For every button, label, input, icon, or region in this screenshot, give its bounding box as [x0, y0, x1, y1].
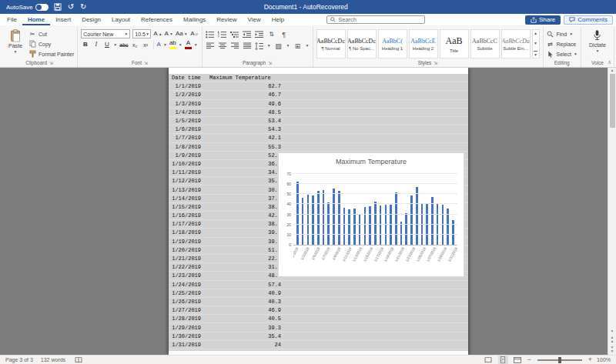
table-row[interactable]: 1/1/201962.7: [169, 82, 468, 91]
clipboard-dialog-launcher-icon[interactable]: ⇲: [49, 61, 53, 65]
highlight-caret-icon[interactable]: ▼: [179, 43, 182, 47]
align-left-button[interactable]: [206, 42, 215, 50]
styles-scroll-up-button[interactable]: ▲: [534, 31, 537, 35]
style-card[interactable]: AaBbCcEHeading 2: [409, 29, 438, 58]
tab-mailings[interactable]: Mailings: [178, 14, 211, 25]
tab-view[interactable]: View: [243, 14, 266, 25]
cut-button[interactable]: ✂Cut: [28, 29, 74, 38]
replace-button[interactable]: ⇄Replace: [547, 39, 578, 48]
pilcrow-button[interactable]: ¶: [280, 30, 289, 38]
copy-button[interactable]: Copy: [28, 39, 74, 48]
chart-bar[interactable]: [385, 205, 387, 245]
font-color-button[interactable]: A: [185, 40, 192, 49]
temperature-chart[interactable]: Maximum Temperature 010203040506070 1/1/…: [278, 152, 464, 277]
justify-button[interactable]: [243, 42, 252, 50]
select-button[interactable]: Select▼: [547, 49, 578, 58]
strikethrough-button[interactable]: abc: [119, 40, 128, 49]
chart-bar[interactable]: [390, 205, 392, 245]
grow-font-button[interactable]: A▲: [153, 29, 162, 38]
borders-button[interactable]: ⊞: [293, 42, 303, 50]
previous-page-button[interactable]: ▲▲: [611, 336, 614, 343]
redo-button[interactable]: ↻: [80, 3, 86, 11]
font-dialog-launcher-icon[interactable]: ⇲: [144, 61, 148, 65]
style-card[interactable]: AaBbCcCSubtitle: [470, 29, 500, 58]
table-row[interactable]: 1/29/201939.3: [169, 323, 468, 332]
shading-button[interactable]: ▨: [274, 42, 283, 50]
table-row[interactable]: 1/8/201955.3: [169, 143, 468, 152]
table-row[interactable]: 1/7/201942.1: [169, 134, 468, 142]
chart-bar[interactable]: [416, 187, 418, 245]
tab-home[interactable]: Home: [22, 14, 50, 25]
increase-indent-button[interactable]: [255, 30, 264, 38]
document-page[interactable]: Date time Maximum Temperature 1/1/201962…: [169, 68, 468, 355]
change-case-button[interactable]: Aa▼: [176, 29, 188, 38]
bullets-button[interactable]: [206, 30, 215, 38]
chart-bar[interactable]: [338, 191, 340, 245]
styles-dialog-launcher-icon[interactable]: ⇲: [434, 61, 437, 65]
chart-bar[interactable]: [302, 198, 304, 245]
line-spacing-caret-icon[interactable]: ▼: [267, 44, 271, 48]
font-size-select[interactable]: 10.5▼: [132, 29, 151, 38]
table-row[interactable]: 1/30/201935.4: [169, 332, 468, 341]
numbering-button[interactable]: [218, 30, 227, 38]
table-row[interactable]: 1/28/201940.5: [169, 315, 468, 323]
font-name-select[interactable]: Courier New▼: [81, 29, 130, 38]
underline-caret-icon[interactable]: ▼: [113, 43, 117, 47]
save-button[interactable]: [54, 3, 62, 11]
styles-scroll-down-button[interactable]: ▼: [534, 41, 537, 45]
subscript-button[interactable]: x₂: [131, 40, 139, 49]
chart-bar[interactable]: [333, 189, 335, 245]
scroll-up-icon[interactable]: ▲: [611, 68, 614, 72]
chart-bar[interactable]: [307, 195, 310, 245]
zoom-slider-thumb[interactable]: [558, 357, 561, 363]
table-row[interactable]: 1/3/201949.6: [169, 100, 468, 109]
comments-button[interactable]: Comments: [564, 15, 613, 25]
text-effects-button[interactable]: A: [157, 40, 161, 49]
style-card[interactable]: AaBbCcDc¶ No Spac...: [347, 29, 377, 58]
autosave-toggle[interactable]: AutoSave: [6, 4, 49, 11]
table-row[interactable]: 1/24/201957.4: [169, 281, 468, 289]
table-row[interactable]: 1/25/201940.9: [169, 289, 468, 298]
collapse-ribbon-button[interactable]: ∧: [608, 59, 611, 65]
search-input[interactable]: [338, 16, 415, 23]
chart-bar[interactable]: [380, 205, 382, 245]
paste-button[interactable]: Paste ▼: [5, 28, 26, 54]
chart-bar[interactable]: [348, 209, 350, 245]
chart-bar[interactable]: [405, 213, 407, 245]
table-row[interactable]: 1/2/201946.7: [169, 91, 468, 99]
underline-button[interactable]: U: [102, 40, 111, 49]
chart-bar[interactable]: [369, 206, 371, 245]
tab-insert[interactable]: Insert: [50, 14, 76, 25]
zoom-out-button[interactable]: −: [527, 356, 531, 363]
read-mode-button[interactable]: [484, 356, 494, 364]
highlight-button[interactable]: ab: [169, 40, 176, 49]
superscript-button[interactable]: x²: [142, 40, 150, 49]
tab-help[interactable]: Help: [266, 14, 290, 25]
format-painter-button[interactable]: Format Painter: [28, 49, 74, 58]
tab-file[interactable]: File: [2, 14, 22, 25]
dictate-button[interactable]: Dictate ▼: [584, 28, 611, 53]
chart-bar[interactable]: [364, 207, 367, 245]
tab-layout[interactable]: Layout: [106, 14, 136, 25]
chart-bar[interactable]: [359, 214, 361, 245]
chart-bar[interactable]: [442, 205, 444, 245]
decrease-indent-button[interactable]: [243, 30, 252, 38]
scroll-down-icon[interactable]: ▼: [611, 329, 614, 333]
chart-bar[interactable]: [431, 197, 434, 245]
style-card[interactable]: AaBbC(Heading 1: [378, 29, 407, 58]
shading-caret-icon[interactable]: ▼: [286, 44, 290, 48]
web-layout-button[interactable]: [513, 356, 523, 364]
tab-review[interactable]: Review: [211, 14, 242, 25]
chart-bar[interactable]: [317, 191, 320, 245]
sort-button[interactable]: ⇅: [267, 30, 276, 38]
styles-more-button[interactable]: ▼: [534, 51, 537, 57]
share-button[interactable]: Share: [525, 15, 561, 25]
font-color-caret-icon[interactable]: ▼: [194, 43, 198, 47]
table-row[interactable]: 1/5/201953.4: [169, 117, 468, 125]
italic-button[interactable]: I: [92, 40, 100, 49]
proofing-icon[interactable]: [73, 356, 83, 364]
chart-bar[interactable]: [395, 192, 397, 245]
align-center-button[interactable]: [218, 42, 227, 50]
style-card[interactable]: AaBbCcDuSubtle Em...: [501, 29, 531, 58]
find-button[interactable]: Find▼: [547, 29, 578, 38]
